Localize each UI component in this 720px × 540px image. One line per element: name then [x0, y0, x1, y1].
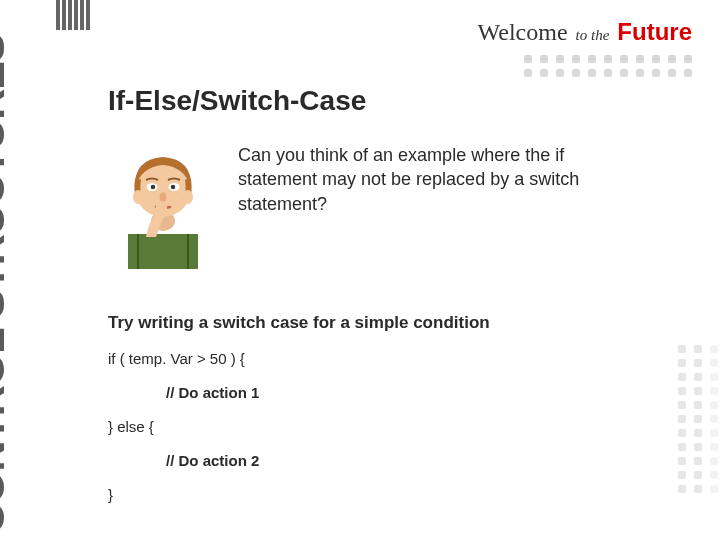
code-line-1: if ( temp. Var > 50 ) { [108, 347, 696, 371]
to-the-word: to the [576, 27, 610, 44]
svg-point-7 [151, 185, 156, 190]
code-line-5: } [108, 483, 696, 507]
sidebar-section-label: CONTROL STRUCTURES [0, 34, 14, 534]
vertical-bars-decoration [56, 0, 106, 30]
thinking-person-illustration [108, 139, 218, 269]
question-row: Can you think of an example where the if… [108, 139, 696, 269]
code-line-2: // Do action 1 [108, 381, 696, 405]
slide-content: If-Else/Switch-Case Can you [108, 85, 696, 517]
sidebar-vertical-banner: CONTROL STRUCTURES [0, 0, 100, 540]
svg-point-3 [133, 190, 143, 204]
svg-rect-13 [164, 205, 167, 215]
dot-grid-top-right [524, 55, 694, 79]
welcome-word: Welcome [478, 19, 568, 46]
svg-point-9 [160, 193, 167, 202]
question-text: Can you think of an example where the if… [238, 139, 598, 216]
header-welcome-brand: Welcome to the Future [478, 18, 692, 46]
svg-point-8 [171, 185, 176, 190]
try-line: Try writing a switch case for a simple c… [108, 313, 696, 333]
future-word: Future [617, 18, 692, 46]
svg-point-4 [183, 190, 193, 204]
code-block: if ( temp. Var > 50 ) { // Do action 1 }… [108, 347, 696, 507]
code-line-3: } else { [108, 415, 696, 439]
slide-title: If-Else/Switch-Case [108, 85, 696, 117]
svg-rect-12 [160, 204, 163, 215]
code-line-4: // Do action 2 [108, 449, 696, 473]
svg-rect-11 [156, 205, 159, 215]
